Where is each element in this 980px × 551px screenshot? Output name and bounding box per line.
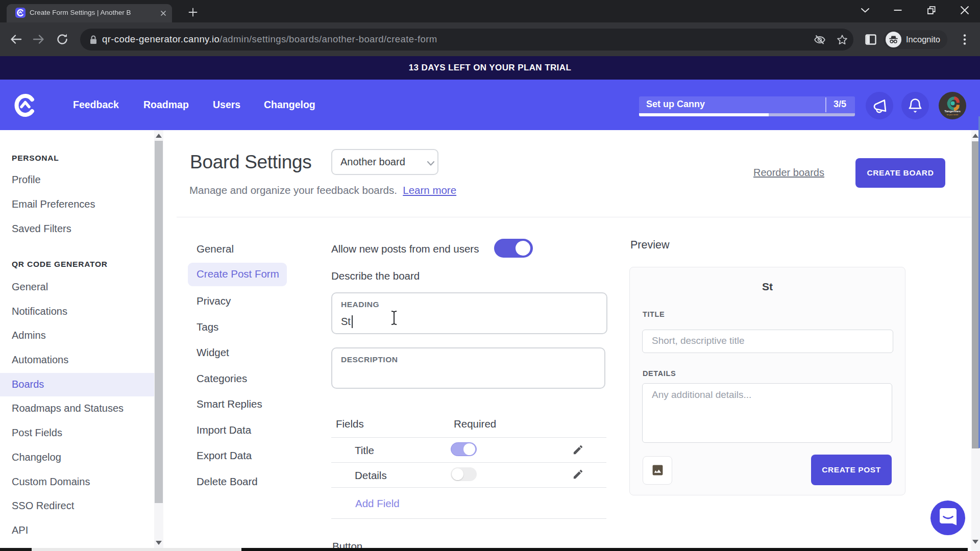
- svg-text:for your needs: for your needs: [947, 114, 959, 116]
- svg-text:Tangerines: Tangerines: [944, 110, 961, 113]
